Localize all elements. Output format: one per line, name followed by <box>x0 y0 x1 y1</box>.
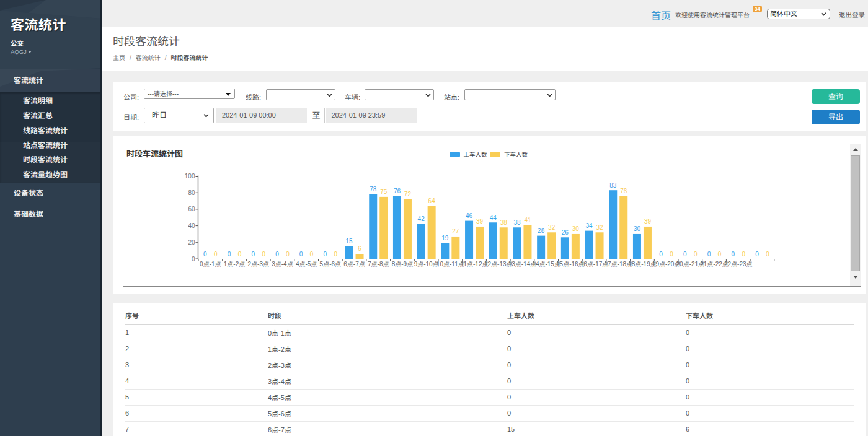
svg-text:60: 60 <box>188 206 195 212</box>
svg-text:0: 0 <box>742 251 745 258</box>
svg-text:0: 0 <box>286 251 290 258</box>
svg-text:4点-5点: 4点-5点 <box>296 261 317 268</box>
svg-text:39: 39 <box>644 218 652 225</box>
svg-text:100: 100 <box>185 173 195 180</box>
svg-text:6: 6 <box>358 245 361 252</box>
svg-text:32: 32 <box>596 224 603 231</box>
svg-text:0: 0 <box>251 251 255 258</box>
svg-text:0: 0 <box>659 251 663 258</box>
svg-text:0: 0 <box>275 251 279 258</box>
svg-text:0: 0 <box>203 251 207 258</box>
svg-text:0点-1点: 0点-1点 <box>200 261 221 268</box>
svg-text:41: 41 <box>524 217 531 224</box>
svg-text:0: 0 <box>766 251 769 258</box>
svg-text:72: 72 <box>404 191 412 198</box>
svg-text:78: 78 <box>370 186 377 193</box>
svg-text:0: 0 <box>228 251 231 258</box>
svg-text:42: 42 <box>418 216 425 222</box>
svg-text:7点-8点: 7点-8点 <box>368 261 389 268</box>
svg-text:28: 28 <box>538 227 545 234</box>
svg-text:64: 64 <box>428 198 436 204</box>
svg-text:38: 38 <box>513 219 521 226</box>
svg-text:0: 0 <box>192 256 195 263</box>
svg-text:26: 26 <box>562 229 569 236</box>
svg-text:0: 0 <box>718 251 722 258</box>
svg-text:0: 0 <box>755 251 759 258</box>
svg-text:0: 0 <box>707 251 711 258</box>
svg-text:83: 83 <box>609 182 617 189</box>
svg-text:32: 32 <box>548 224 556 231</box>
svg-text:80: 80 <box>188 190 195 196</box>
svg-text:0: 0 <box>683 251 687 258</box>
svg-text:0: 0 <box>262 251 265 258</box>
svg-text:0: 0 <box>299 251 303 258</box>
svg-text:75: 75 <box>380 188 388 195</box>
svg-text:3点-4点: 3点-4点 <box>272 261 293 268</box>
svg-text:0: 0 <box>694 251 698 258</box>
svg-text:6点-7点: 6点-7点 <box>343 261 365 268</box>
svg-text:76: 76 <box>394 188 401 194</box>
svg-text:40: 40 <box>188 222 195 229</box>
svg-text:20: 20 <box>188 239 195 246</box>
svg-text:44: 44 <box>490 214 497 221</box>
svg-text:1点-2点: 1点-2点 <box>224 261 245 268</box>
svg-text:0: 0 <box>334 251 338 258</box>
svg-text:19: 19 <box>441 235 449 242</box>
svg-text:22点-23点: 22点-23点 <box>724 261 753 268</box>
svg-text:39: 39 <box>476 218 484 225</box>
svg-text:15: 15 <box>345 238 353 245</box>
svg-text:76: 76 <box>620 188 627 194</box>
svg-text:0: 0 <box>238 251 242 258</box>
svg-text:38: 38 <box>500 219 508 226</box>
svg-text:0: 0 <box>310 251 314 258</box>
svg-text:27: 27 <box>452 228 459 235</box>
svg-text:30: 30 <box>634 225 641 232</box>
svg-text:0: 0 <box>731 251 735 258</box>
svg-text:9点-10点: 9点-10点 <box>414 261 439 268</box>
svg-text:5点-6点: 5点-6点 <box>320 261 341 268</box>
svg-text:0: 0 <box>670 251 673 258</box>
svg-text:34: 34 <box>585 222 593 229</box>
svg-text:30: 30 <box>572 225 580 232</box>
svg-text:46: 46 <box>466 212 473 219</box>
svg-text:0: 0 <box>214 251 218 258</box>
svg-text:2点-3点: 2点-3点 <box>248 261 269 268</box>
svg-text:0: 0 <box>324 251 327 258</box>
svg-text:8点-9点: 8点-9点 <box>392 261 413 268</box>
